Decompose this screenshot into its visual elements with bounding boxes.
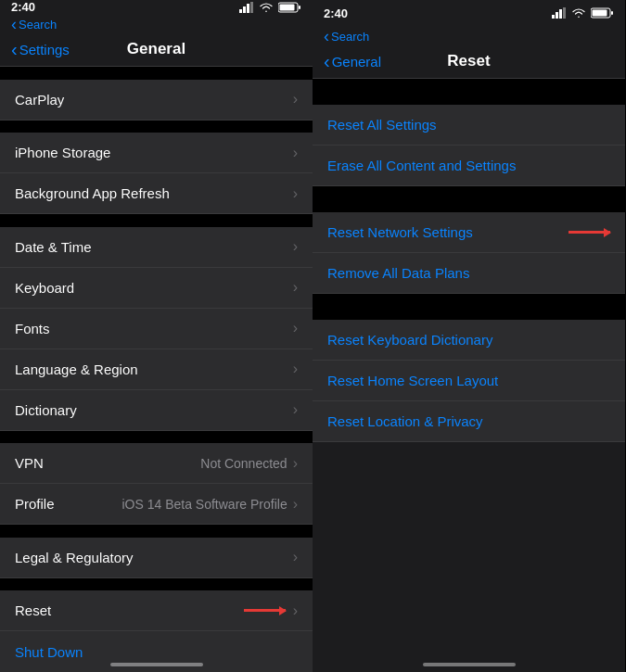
carplay-item[interactable]: CarPlay › (0, 80, 313, 120)
reset-home-screen-item[interactable]: Reset Home Screen Layout (313, 361, 625, 401)
right-nav-header: General Reset (313, 48, 625, 79)
section-gap-1 (0, 67, 313, 80)
reset-keyboard-item[interactable]: Reset Keyboard Dictionary (313, 320, 625, 361)
svg-rect-13 (593, 10, 607, 17)
iphone-storage-chevron: › (293, 145, 298, 161)
left-back-arrow[interactable]: Search (11, 16, 57, 32)
right-nav-back-label: General (332, 54, 381, 70)
left-search-bar[interactable]: Search (0, 14, 313, 36)
date-time-label: Date & Time (15, 239, 293, 255)
dictionary-chevron: › (293, 401, 298, 418)
right-status-time: 2:40 (324, 6, 348, 20)
reset-arrow-body (244, 609, 286, 612)
svg-rect-8 (556, 12, 558, 19)
reset-location-privacy-label: Reset Location & Privacy (327, 413, 610, 429)
reset-network-label: Reset Network Settings (327, 224, 557, 240)
language-region-label: Language & Region (15, 361, 293, 377)
right-search-bar[interactable]: Search (313, 26, 625, 48)
profile-label: Profile (15, 496, 121, 512)
profile-item[interactable]: Profile iOS 14 Beta Software Profile › (0, 484, 313, 525)
remove-data-plans-item[interactable]: Remove All Data Plans (313, 253, 625, 294)
fonts-chevron: › (293, 320, 298, 336)
right-back-label: Search (331, 30, 369, 44)
carplay-chevron: › (293, 91, 298, 108)
right-nav-back[interactable]: General (324, 52, 381, 70)
reset-chevron: › (293, 602, 298, 619)
home-indicator-left (110, 663, 203, 666)
shutdown-label: Shut Down (15, 644, 83, 660)
dictionary-item[interactable]: Dictionary › (0, 390, 313, 431)
svg-rect-6 (280, 4, 295, 10)
reset-home-screen-label: Reset Home Screen Layout (327, 373, 610, 388)
reset-keyboard-label: Reset Keyboard Dictionary (327, 332, 610, 348)
left-status-bar: 2:40 (0, 0, 313, 14)
svg-rect-7 (552, 15, 555, 19)
network-red-arrow (569, 231, 610, 234)
background-refresh-label: Background App Refresh (15, 185, 293, 201)
left-nav-back[interactable]: Settings (11, 40, 70, 58)
reset-label: Reset (15, 602, 244, 618)
reset-all-settings-item[interactable]: Reset All Settings (313, 105, 625, 146)
home-indicator-right (423, 663, 516, 666)
iphone-storage-label: iPhone Storage (15, 145, 293, 160)
background-refresh-chevron: › (293, 185, 298, 202)
vpn-item[interactable]: VPN Not Connected › (0, 443, 313, 484)
date-time-item[interactable]: Date & Time › (0, 227, 313, 268)
fonts-label: Fonts (15, 321, 293, 336)
svg-rect-0 (239, 9, 242, 13)
left-back-label: Search (19, 18, 57, 32)
keyboard-label: Keyboard (15, 280, 293, 296)
svg-rect-9 (559, 9, 562, 19)
right-signal-icon (552, 7, 567, 19)
vpn-chevron: › (293, 455, 298, 472)
left-status-time: 2:40 (11, 0, 35, 14)
reset-all-settings-label: Reset All Settings (327, 117, 610, 133)
svg-rect-5 (299, 6, 300, 9)
reset-location-privacy-item[interactable]: Reset Location & Privacy (313, 401, 625, 442)
reset-red-arrow (244, 609, 286, 612)
background-refresh-item[interactable]: Background App Refresh › (0, 173, 313, 214)
right-battery-icon (591, 7, 614, 19)
legal-item[interactable]: Legal & Regulatory › (0, 538, 313, 578)
svg-rect-10 (563, 7, 566, 19)
left-nav-back-label: Settings (19, 42, 70, 57)
right-back-arrow[interactable]: Search (324, 28, 369, 44)
right-section-gap-2 (313, 186, 625, 212)
battery-icon (278, 2, 301, 13)
erase-all-content-item[interactable]: Erase All Content and Settings (313, 146, 625, 186)
right-nav-title: Reset (447, 52, 490, 70)
wifi-icon (259, 2, 274, 13)
vpn-value: Not Connected (200, 456, 287, 471)
carplay-label: CarPlay (15, 92, 293, 108)
erase-all-content-label: Erase All Content and Settings (327, 158, 610, 173)
section-gap-6 (0, 578, 313, 591)
section-gap-2 (0, 120, 313, 133)
profile-chevron: › (293, 496, 298, 513)
svg-rect-1 (243, 6, 246, 13)
section-gap-4 (0, 431, 313, 444)
signal-icon (239, 2, 254, 13)
left-nav-header: Settings General (0, 36, 313, 67)
legal-label: Legal & Regulatory (15, 550, 293, 565)
remove-data-plans-label: Remove All Data Plans (327, 265, 610, 281)
language-region-chevron: › (293, 361, 298, 377)
svg-rect-3 (250, 2, 253, 13)
right-wifi-icon (571, 7, 586, 19)
vpn-label: VPN (15, 455, 200, 471)
section-gap-3 (0, 214, 313, 227)
svg-rect-2 (247, 4, 249, 13)
left-panel: 2:40 Search (0, 0, 313, 672)
reset-network-item[interactable]: Reset Network Settings (313, 212, 625, 253)
dictionary-label: Dictionary (15, 402, 293, 418)
right-panel: 2:40 Search (313, 0, 625, 672)
legal-chevron: › (293, 549, 298, 565)
iphone-storage-item[interactable]: iPhone Storage › (0, 133, 313, 173)
keyboard-item[interactable]: Keyboard › (0, 268, 313, 309)
fonts-item[interactable]: Fonts › (0, 309, 313, 349)
reset-item[interactable]: Reset › (0, 590, 313, 631)
left-status-icons (239, 2, 301, 13)
svg-rect-12 (611, 11, 613, 15)
left-nav-title: General (127, 40, 185, 58)
language-region-item[interactable]: Language & Region › (0, 349, 313, 390)
keyboard-chevron: › (293, 279, 298, 296)
